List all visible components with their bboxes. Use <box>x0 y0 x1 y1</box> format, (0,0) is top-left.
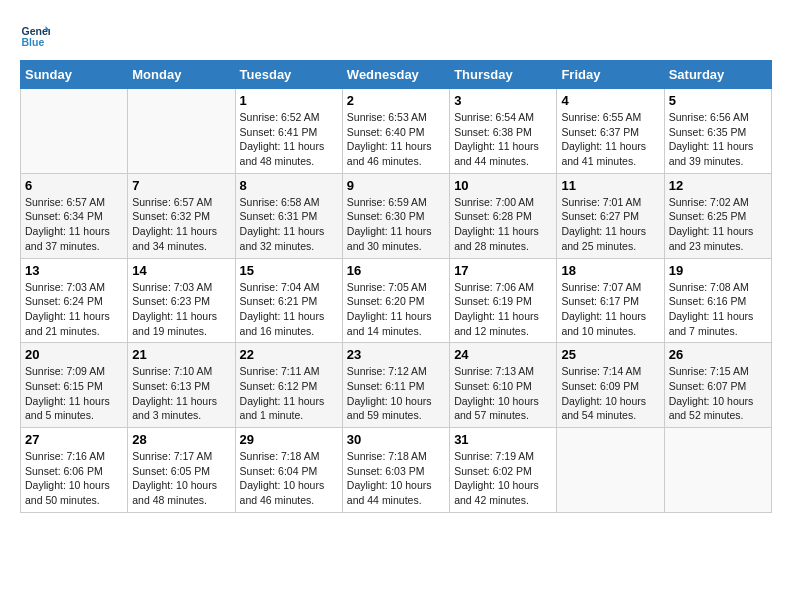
day-number: 27 <box>25 432 123 447</box>
day-number: 21 <box>132 347 230 362</box>
day-detail: Sunrise: 7:10 AM Sunset: 6:13 PM Dayligh… <box>132 364 230 423</box>
day-number: 22 <box>240 347 338 362</box>
day-detail: Sunrise: 7:00 AM Sunset: 6:28 PM Dayligh… <box>454 195 552 254</box>
weekday-header-cell: Friday <box>557 61 664 89</box>
weekday-header-cell: Sunday <box>21 61 128 89</box>
weekday-header-cell: Saturday <box>664 61 771 89</box>
calendar-day-cell <box>664 428 771 513</box>
weekday-header-cell: Tuesday <box>235 61 342 89</box>
calendar-day-cell: 27Sunrise: 7:16 AM Sunset: 6:06 PM Dayli… <box>21 428 128 513</box>
day-detail: Sunrise: 6:57 AM Sunset: 6:32 PM Dayligh… <box>132 195 230 254</box>
day-number: 15 <box>240 263 338 278</box>
day-number: 29 <box>240 432 338 447</box>
day-number: 8 <box>240 178 338 193</box>
day-detail: Sunrise: 6:55 AM Sunset: 6:37 PM Dayligh… <box>561 110 659 169</box>
calendar-day-cell: 1Sunrise: 6:52 AM Sunset: 6:41 PM Daylig… <box>235 89 342 174</box>
day-number: 30 <box>347 432 445 447</box>
day-detail: Sunrise: 7:06 AM Sunset: 6:19 PM Dayligh… <box>454 280 552 339</box>
calendar-day-cell: 10Sunrise: 7:00 AM Sunset: 6:28 PM Dayli… <box>450 173 557 258</box>
calendar-day-cell: 23Sunrise: 7:12 AM Sunset: 6:11 PM Dayli… <box>342 343 449 428</box>
day-number: 9 <box>347 178 445 193</box>
calendar-day-cell: 20Sunrise: 7:09 AM Sunset: 6:15 PM Dayli… <box>21 343 128 428</box>
day-number: 4 <box>561 93 659 108</box>
calendar-day-cell: 8Sunrise: 6:58 AM Sunset: 6:31 PM Daylig… <box>235 173 342 258</box>
logo-icon: General Blue <box>20 20 50 50</box>
calendar-day-cell <box>128 89 235 174</box>
day-detail: Sunrise: 7:19 AM Sunset: 6:02 PM Dayligh… <box>454 449 552 508</box>
day-detail: Sunrise: 7:03 AM Sunset: 6:24 PM Dayligh… <box>25 280 123 339</box>
day-detail: Sunrise: 7:08 AM Sunset: 6:16 PM Dayligh… <box>669 280 767 339</box>
day-detail: Sunrise: 7:07 AM Sunset: 6:17 PM Dayligh… <box>561 280 659 339</box>
day-number: 13 <box>25 263 123 278</box>
day-number: 19 <box>669 263 767 278</box>
day-number: 11 <box>561 178 659 193</box>
day-number: 7 <box>132 178 230 193</box>
day-number: 12 <box>669 178 767 193</box>
day-number: 26 <box>669 347 767 362</box>
calendar-day-cell: 4Sunrise: 6:55 AM Sunset: 6:37 PM Daylig… <box>557 89 664 174</box>
day-detail: Sunrise: 7:12 AM Sunset: 6:11 PM Dayligh… <box>347 364 445 423</box>
day-detail: Sunrise: 6:52 AM Sunset: 6:41 PM Dayligh… <box>240 110 338 169</box>
weekday-header-cell: Thursday <box>450 61 557 89</box>
calendar-week-row: 6Sunrise: 6:57 AM Sunset: 6:34 PM Daylig… <box>21 173 772 258</box>
calendar-body: 1Sunrise: 6:52 AM Sunset: 6:41 PM Daylig… <box>21 89 772 513</box>
day-detail: Sunrise: 6:57 AM Sunset: 6:34 PM Dayligh… <box>25 195 123 254</box>
day-detail: Sunrise: 7:02 AM Sunset: 6:25 PM Dayligh… <box>669 195 767 254</box>
calendar-day-cell: 17Sunrise: 7:06 AM Sunset: 6:19 PM Dayli… <box>450 258 557 343</box>
day-number: 3 <box>454 93 552 108</box>
calendar-day-cell: 12Sunrise: 7:02 AM Sunset: 6:25 PM Dayli… <box>664 173 771 258</box>
day-detail: Sunrise: 6:59 AM Sunset: 6:30 PM Dayligh… <box>347 195 445 254</box>
calendar-day-cell: 26Sunrise: 7:15 AM Sunset: 6:07 PM Dayli… <box>664 343 771 428</box>
day-detail: Sunrise: 7:09 AM Sunset: 6:15 PM Dayligh… <box>25 364 123 423</box>
page-header: General Blue <box>20 20 772 50</box>
calendar-day-cell: 13Sunrise: 7:03 AM Sunset: 6:24 PM Dayli… <box>21 258 128 343</box>
day-detail: Sunrise: 7:15 AM Sunset: 6:07 PM Dayligh… <box>669 364 767 423</box>
day-detail: Sunrise: 7:13 AM Sunset: 6:10 PM Dayligh… <box>454 364 552 423</box>
day-number: 25 <box>561 347 659 362</box>
day-detail: Sunrise: 7:17 AM Sunset: 6:05 PM Dayligh… <box>132 449 230 508</box>
day-number: 31 <box>454 432 552 447</box>
calendar-day-cell: 22Sunrise: 7:11 AM Sunset: 6:12 PM Dayli… <box>235 343 342 428</box>
calendar-day-cell: 30Sunrise: 7:18 AM Sunset: 6:03 PM Dayli… <box>342 428 449 513</box>
day-detail: Sunrise: 7:03 AM Sunset: 6:23 PM Dayligh… <box>132 280 230 339</box>
day-detail: Sunrise: 7:04 AM Sunset: 6:21 PM Dayligh… <box>240 280 338 339</box>
day-detail: Sunrise: 6:53 AM Sunset: 6:40 PM Dayligh… <box>347 110 445 169</box>
day-number: 2 <box>347 93 445 108</box>
calendar-week-row: 20Sunrise: 7:09 AM Sunset: 6:15 PM Dayli… <box>21 343 772 428</box>
calendar-day-cell: 25Sunrise: 7:14 AM Sunset: 6:09 PM Dayli… <box>557 343 664 428</box>
calendar-day-cell: 3Sunrise: 6:54 AM Sunset: 6:38 PM Daylig… <box>450 89 557 174</box>
weekday-header-cell: Monday <box>128 61 235 89</box>
calendar-week-row: 27Sunrise: 7:16 AM Sunset: 6:06 PM Dayli… <box>21 428 772 513</box>
calendar-table: SundayMondayTuesdayWednesdayThursdayFrid… <box>20 60 772 513</box>
calendar-day-cell: 5Sunrise: 6:56 AM Sunset: 6:35 PM Daylig… <box>664 89 771 174</box>
day-number: 16 <box>347 263 445 278</box>
svg-text:Blue: Blue <box>22 36 45 48</box>
day-detail: Sunrise: 7:18 AM Sunset: 6:03 PM Dayligh… <box>347 449 445 508</box>
calendar-day-cell: 31Sunrise: 7:19 AM Sunset: 6:02 PM Dayli… <box>450 428 557 513</box>
day-number: 24 <box>454 347 552 362</box>
calendar-day-cell: 29Sunrise: 7:18 AM Sunset: 6:04 PM Dayli… <box>235 428 342 513</box>
calendar-day-cell: 9Sunrise: 6:59 AM Sunset: 6:30 PM Daylig… <box>342 173 449 258</box>
day-detail: Sunrise: 7:05 AM Sunset: 6:20 PM Dayligh… <box>347 280 445 339</box>
day-detail: Sunrise: 7:11 AM Sunset: 6:12 PM Dayligh… <box>240 364 338 423</box>
day-number: 14 <box>132 263 230 278</box>
day-number: 28 <box>132 432 230 447</box>
day-number: 17 <box>454 263 552 278</box>
calendar-day-cell: 6Sunrise: 6:57 AM Sunset: 6:34 PM Daylig… <box>21 173 128 258</box>
day-detail: Sunrise: 7:01 AM Sunset: 6:27 PM Dayligh… <box>561 195 659 254</box>
day-detail: Sunrise: 6:58 AM Sunset: 6:31 PM Dayligh… <box>240 195 338 254</box>
calendar-day-cell: 2Sunrise: 6:53 AM Sunset: 6:40 PM Daylig… <box>342 89 449 174</box>
calendar-day-cell: 11Sunrise: 7:01 AM Sunset: 6:27 PM Dayli… <box>557 173 664 258</box>
day-number: 10 <box>454 178 552 193</box>
day-detail: Sunrise: 7:18 AM Sunset: 6:04 PM Dayligh… <box>240 449 338 508</box>
day-detail: Sunrise: 7:16 AM Sunset: 6:06 PM Dayligh… <box>25 449 123 508</box>
calendar-day-cell: 15Sunrise: 7:04 AM Sunset: 6:21 PM Dayli… <box>235 258 342 343</box>
calendar-day-cell: 21Sunrise: 7:10 AM Sunset: 6:13 PM Dayli… <box>128 343 235 428</box>
day-number: 18 <box>561 263 659 278</box>
calendar-day-cell: 18Sunrise: 7:07 AM Sunset: 6:17 PM Dayli… <box>557 258 664 343</box>
day-number: 5 <box>669 93 767 108</box>
day-number: 20 <box>25 347 123 362</box>
calendar-day-cell: 14Sunrise: 7:03 AM Sunset: 6:23 PM Dayli… <box>128 258 235 343</box>
day-number: 1 <box>240 93 338 108</box>
logo: General Blue <box>20 20 54 50</box>
